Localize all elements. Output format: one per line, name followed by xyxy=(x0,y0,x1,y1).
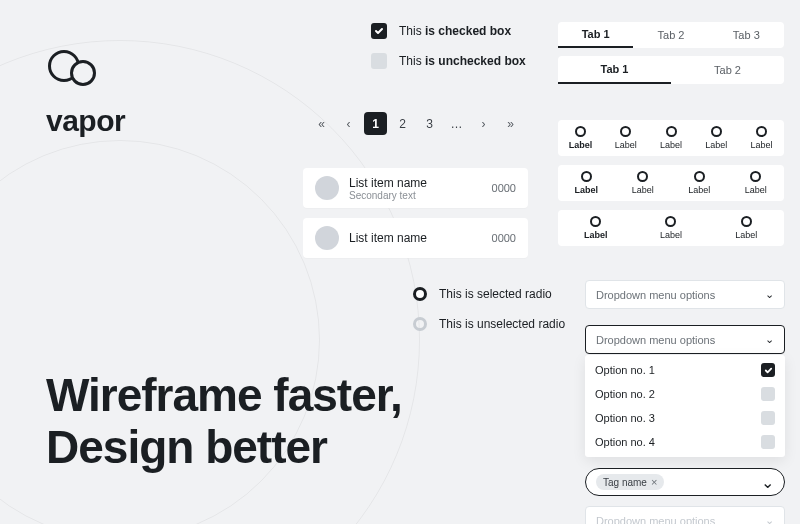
dropdown-option-2[interactable]: Option no. 2 xyxy=(585,382,785,406)
option-label: Option no. 2 xyxy=(595,388,655,400)
dropdown-panel: Option no. 1 Option no. 2 Option no. 3 O… xyxy=(585,355,785,457)
page-next-icon[interactable]: › xyxy=(472,112,495,135)
list-item-number: 0000 xyxy=(492,232,516,244)
avatar xyxy=(315,176,339,200)
dropdown-placeholder: Dropdown menu options xyxy=(596,515,715,525)
label-bold: is unchecked box xyxy=(425,54,526,68)
page-1[interactable]: 1 xyxy=(364,112,387,135)
list-item-name: List item name xyxy=(349,231,492,245)
radio-selected-row[interactable]: This is selected radio xyxy=(413,287,552,301)
radio-grid-4: Label Label Label Label xyxy=(558,165,784,201)
chevron-down-icon: ⌄ xyxy=(765,514,774,524)
option-label: Option no. 4 xyxy=(595,436,655,448)
radio-label: Label xyxy=(745,185,767,195)
list-item-1[interactable]: List item name Secondary text 0000 xyxy=(303,168,528,208)
checkbox-unchecked-icon[interactable] xyxy=(371,53,387,69)
radio-label: Label xyxy=(660,230,682,240)
radio-grid-5: Label Label Label Label Label xyxy=(558,120,784,156)
tab-2[interactable]: Tab 2 xyxy=(671,56,784,84)
option-label: Option no. 3 xyxy=(595,412,655,424)
radio-cell[interactable]: Label xyxy=(615,171,672,195)
list-item-secondary: Secondary text xyxy=(349,190,492,201)
chevron-down-icon: ⌄ xyxy=(761,473,774,492)
radio-cell[interactable]: Label xyxy=(648,126,693,150)
radio-grid-3: Label Label Label xyxy=(558,210,784,246)
label-bold: is checked box xyxy=(425,24,511,38)
radio-cell[interactable]: Label xyxy=(633,216,708,240)
radio-cell[interactable]: Label xyxy=(709,216,784,240)
hero-heading: Wireframe faster,Design better xyxy=(46,370,402,474)
radio-label: Label xyxy=(584,230,608,240)
radio-label: Label xyxy=(569,140,593,150)
dropdown-open[interactable]: Dropdown menu options ⌄ xyxy=(585,325,785,354)
checkbox-checked-icon xyxy=(761,363,775,377)
option-label: Option no. 1 xyxy=(595,364,655,376)
brand-name: vapor xyxy=(46,104,125,138)
checkbox-checked-row[interactable]: This is checked box xyxy=(371,23,511,39)
chevron-down-icon: ⌄ xyxy=(765,333,774,346)
tab-1[interactable]: Tab 1 xyxy=(558,22,633,48)
radio-unselected-label: This is unselected radio xyxy=(439,317,565,331)
page-2[interactable]: 2 xyxy=(391,112,414,135)
dropdown-option-4[interactable]: Option no. 4 xyxy=(585,430,785,454)
radio-label: Label xyxy=(735,230,757,240)
radio-cell[interactable]: Label xyxy=(558,171,615,195)
radio-unselected-icon[interactable] xyxy=(413,317,427,331)
radio-cell[interactable]: Label xyxy=(728,171,785,195)
radio-cell[interactable]: Label xyxy=(603,126,648,150)
radio-selected-label: This is selected radio xyxy=(439,287,552,301)
radio-selected-icon[interactable] xyxy=(413,287,427,301)
label-prefix: This xyxy=(399,54,425,68)
tag-chip[interactable]: Tag name× xyxy=(596,474,664,490)
radio-cell[interactable]: Label xyxy=(558,216,633,240)
dropdown-placeholder: Dropdown menu options xyxy=(596,289,715,301)
radio-unselected-row[interactable]: This is unselected radio xyxy=(413,317,565,331)
hero-line-2: Design better xyxy=(46,421,327,473)
radio-label: Label xyxy=(574,185,598,195)
tab-3[interactable]: Tab 3 xyxy=(709,22,784,48)
checkbox-empty-icon xyxy=(761,387,775,401)
tab-group-2: Tab 1 Tab 2 xyxy=(558,56,784,84)
label-prefix: This xyxy=(399,24,425,38)
page-ellipsis: … xyxy=(445,112,468,135)
list-item-name: List item name xyxy=(349,176,492,190)
page-prev-icon[interactable]: ‹ xyxy=(337,112,360,135)
page-last-icon[interactable]: » xyxy=(499,112,522,135)
page-first-icon[interactable]: « xyxy=(310,112,333,135)
tab-1[interactable]: Tab 1 xyxy=(558,56,671,84)
radio-cell[interactable]: Label xyxy=(671,171,728,195)
dropdown-closed[interactable]: Dropdown menu options ⌄ xyxy=(585,280,785,309)
list-item-number: 0000 xyxy=(492,182,516,194)
checkbox-checked-icon[interactable] xyxy=(371,23,387,39)
checkbox-checked-label: This is checked box xyxy=(399,24,511,38)
dropdown-disabled[interactable]: Dropdown menu options ⌄ xyxy=(585,506,785,524)
tag-label: Tag name xyxy=(603,477,647,488)
chevron-down-icon: ⌄ xyxy=(765,288,774,301)
radio-label: Label xyxy=(615,140,637,150)
tag-dropdown[interactable]: Tag name× ⌄ xyxy=(585,468,785,496)
radio-label: Label xyxy=(660,140,682,150)
close-icon[interactable]: × xyxy=(651,476,657,488)
pagination: « ‹ 1 2 3 … › » xyxy=(310,112,522,135)
radio-label: Label xyxy=(705,140,727,150)
tab-group-3: Tab 1 Tab 2 Tab 3 xyxy=(558,22,784,48)
logo xyxy=(48,50,108,90)
radio-cell[interactable]: Label xyxy=(694,126,739,150)
radio-label: Label xyxy=(750,140,772,150)
dropdown-option-3[interactable]: Option no. 3 xyxy=(585,406,785,430)
avatar xyxy=(315,226,339,250)
logo-mark xyxy=(48,50,108,90)
checkbox-empty-icon xyxy=(761,435,775,449)
dropdown-placeholder: Dropdown menu options xyxy=(596,334,715,346)
radio-label: Label xyxy=(688,185,710,195)
radio-cell[interactable]: Label xyxy=(739,126,784,150)
list-item-2[interactable]: List item name 0000 xyxy=(303,218,528,258)
checkbox-empty-icon xyxy=(761,411,775,425)
radio-label: Label xyxy=(632,185,654,195)
checkbox-unchecked-label: This is unchecked box xyxy=(399,54,526,68)
radio-cell[interactable]: Label xyxy=(558,126,603,150)
page-3[interactable]: 3 xyxy=(418,112,441,135)
checkbox-unchecked-row[interactable]: This is unchecked box xyxy=(371,53,526,69)
dropdown-option-1[interactable]: Option no. 1 xyxy=(585,358,785,382)
tab-2[interactable]: Tab 2 xyxy=(633,22,708,48)
